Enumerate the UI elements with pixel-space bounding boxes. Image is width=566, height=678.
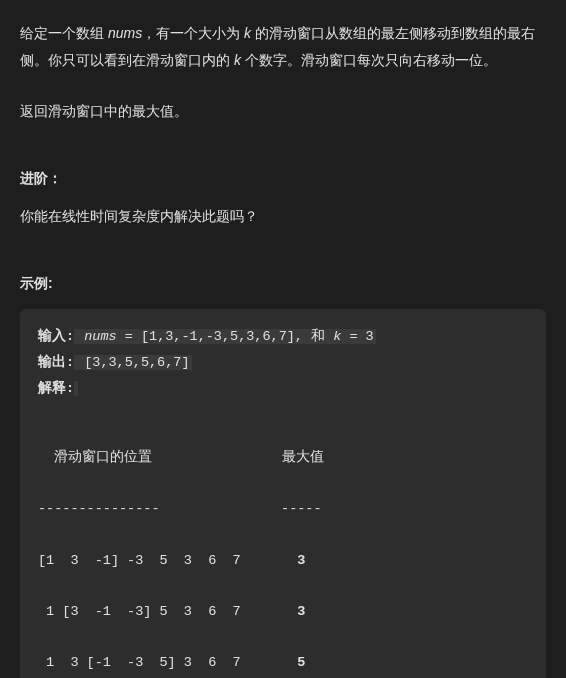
explain-space	[74, 381, 78, 396]
max-cell: 3	[289, 604, 305, 619]
input-label: 输入:	[38, 329, 74, 344]
k-var-2: k	[234, 52, 241, 68]
explain-label: 解释:	[38, 381, 74, 396]
input-value: nums = [1,3,-1,-3,5,3,6,7], 和 k = 3	[74, 329, 376, 344]
advanced-question: 你能在线性时间复杂度内解决此题吗？	[20, 203, 546, 230]
desc-text-4: 个数字。滑动窗口每次只向右移动一位。	[241, 52, 497, 68]
table-row: 1 3 [-1 -3 5] 3 6 7 5	[38, 650, 528, 676]
example-input-line: 输入: nums = [1,3,-1,-3,5,3,6,7], 和 k = 3	[38, 325, 528, 349]
table-header-row: 滑动窗口的位置 最大值	[38, 445, 528, 471]
desc-text-2: ，有一个大小为	[142, 25, 244, 41]
return-statement: 返回滑动窗口中的最大值。	[20, 98, 546, 125]
table-row: 1 [3 -1 -3] 5 3 6 7 3	[38, 599, 528, 625]
table-divider-row: --------------- -----	[38, 496, 528, 522]
advanced-header: 进阶：	[20, 165, 546, 192]
problem-description: 给定一个数组 nums，有一个大小为 k 的滑动窗口从数组的最左侧移动到数组的最…	[20, 20, 546, 73]
example-explain-line: 解释:	[38, 377, 528, 401]
output-label: 输出:	[38, 355, 74, 370]
window-cell: [1 3 -1] -3 5 3 6 7	[38, 553, 289, 568]
example-header: 示例:	[20, 270, 546, 297]
max-cell: 3	[289, 553, 305, 568]
window-cell: 1 3 [-1 -3 5] 3 6 7	[38, 655, 289, 670]
output-value: [3,3,5,5,6,7]	[74, 355, 191, 370]
desc-text-1: 给定一个数组	[20, 25, 108, 41]
nums-var: nums	[108, 25, 142, 41]
max-cell: 5	[289, 655, 305, 670]
k-var-1: k	[244, 25, 251, 41]
example-box: 输入: nums = [1,3,-1,-3,5,3,6,7], 和 k = 3 …	[20, 309, 546, 678]
window-cell: 1 [3 -1 -3] 5 3 6 7	[38, 604, 289, 619]
example-output-line: 输出: [3,3,5,5,6,7]	[38, 351, 528, 375]
example-table: 滑动窗口的位置 最大值 --------------- ----- [1 3 -…	[38, 419, 528, 678]
table-row: [1 3 -1] -3 5 3 6 7 3	[38, 548, 528, 574]
